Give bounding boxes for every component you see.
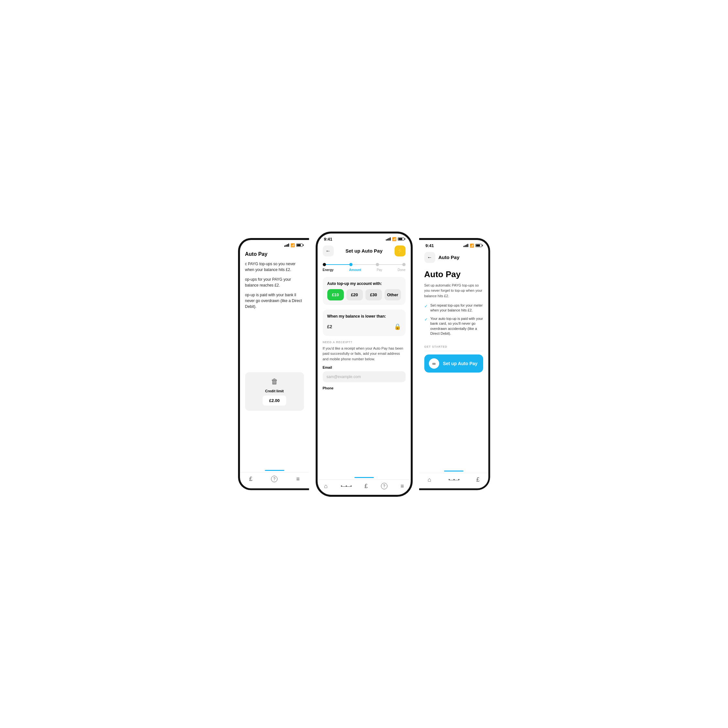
- right-activity-icon: •—•—•: [448, 477, 459, 482]
- right-wifi-icon: 📶: [470, 243, 474, 248]
- left-text-1: c PAYG top-ups so you never when your ba…: [245, 261, 304, 273]
- right-phone: 9:41 📶 ← Auto Pay Au: [419, 238, 490, 490]
- balance-card-title: When my balance is lower than:: [327, 314, 401, 318]
- right-home-icon: ⌂: [428, 476, 431, 483]
- step-dots: [323, 263, 405, 266]
- bullet-item-1: ✓ Set repeat top-ups for your meter when…: [424, 303, 483, 313]
- center-nav-activity[interactable]: •—•—•: [341, 483, 352, 489]
- credit-limit-label: Credit limit: [265, 389, 284, 393]
- wifi-icon: 📶: [291, 243, 295, 248]
- amount-btn-30[interactable]: £30: [366, 289, 382, 300]
- center-bottom-nav: ⌂ •—•—• £ ? ≡: [318, 479, 411, 495]
- center-battery-icon: [398, 237, 404, 241]
- amount-btn-20[interactable]: £20: [346, 289, 363, 300]
- back-button[interactable]: ←: [323, 245, 334, 257]
- progress-steps: Energy Amount Pay Done: [318, 260, 411, 277]
- setup-autopay-button[interactable]: ∞ Set up Auto Pay: [424, 355, 483, 373]
- left-bottom-nav: £ ? ≡: [240, 472, 309, 488]
- lock-icon: 🔒: [394, 323, 401, 330]
- center-header: ← Set up Auto Pay ⚡: [318, 243, 411, 260]
- step-dot-energy: [323, 263, 326, 266]
- center-status-icons: 📶: [386, 237, 404, 241]
- bullet-text-2: Your auto top-up is paid with your bank …: [430, 316, 483, 336]
- lightning-button[interactable]: ⚡: [395, 245, 405, 257]
- right-main-section: Auto Pay Set up automatic PAYG top-ups s…: [419, 267, 488, 346]
- bullet-list: ✓ Set repeat top-ups for your meter when…: [424, 303, 483, 336]
- payments-icon: £: [249, 476, 252, 483]
- right-header: ← Auto Pay: [419, 249, 488, 267]
- setup-btn-label: Set up Auto Pay: [443, 361, 478, 366]
- left-text-2: op-ups for your PAYG your balance reache…: [245, 277, 304, 288]
- step-label-done: Done: [398, 268, 405, 272]
- help-icon-center: ?: [381, 483, 387, 489]
- lightning-icon: ⚡: [397, 248, 403, 254]
- right-nav-home[interactable]: ⌂: [428, 476, 431, 483]
- center-nav-home[interactable]: ⌂: [324, 483, 327, 489]
- credit-limit-section: 🗑 Credit limit £2.00: [245, 372, 304, 411]
- right-status-bar: 9:41 📶: [419, 240, 488, 249]
- left-body: c PAYG top-ups so you never when your ba…: [240, 261, 309, 314]
- amount-card-title: Auto top-up my account with:: [327, 281, 401, 286]
- right-payments-icon: £: [476, 476, 480, 483]
- menu-icon-center: ≡: [401, 483, 404, 489]
- right-status-icons: 📶: [463, 243, 482, 248]
- divider: [424, 351, 483, 351]
- battery-icon: [296, 243, 303, 247]
- delete-icon[interactable]: 🗑: [271, 378, 278, 386]
- right-header-title: Auto Pay: [439, 254, 460, 260]
- left-status-icons: 📶: [284, 243, 303, 248]
- balance-card: When my balance is lower than: £2 🔒: [323, 309, 405, 336]
- receipt-label: NEED A RECEIPT?: [323, 341, 405, 344]
- email-input[interactable]: sam@example.com: [323, 371, 405, 382]
- back-icon: ←: [326, 248, 331, 254]
- right-main-title: Auto Pay: [424, 269, 483, 280]
- left-nav-payments[interactable]: £: [249, 476, 252, 483]
- check-icon-1: ✓: [424, 303, 428, 309]
- email-label: Email: [323, 366, 405, 369]
- left-status-bar: 📶: [240, 240, 309, 249]
- center-phone: 9:41 📶 ← Set up Auto Pay ⚡: [316, 232, 413, 497]
- center-nav-menu[interactable]: ≡: [401, 483, 404, 489]
- help-icon: ?: [271, 476, 277, 482]
- right-time: 9:41: [426, 243, 434, 248]
- phone-label: Phone: [323, 386, 405, 390]
- amount-options: £10 £20 £30 Other: [327, 289, 401, 300]
- step-line-2: [353, 264, 376, 265]
- receipt-section: NEED A RECEIPT? If you'd like a receipt …: [318, 341, 411, 396]
- left-nav-help[interactable]: ?: [271, 476, 277, 483]
- left-title: Auto Pay: [245, 251, 268, 257]
- credit-limit-value: £2.00: [263, 396, 286, 405]
- payments-icon-center: £: [364, 483, 368, 489]
- center-nav-help[interactable]: ?: [381, 483, 387, 489]
- email-placeholder: sam@example.com: [327, 375, 361, 379]
- step-labels: Energy Amount Pay Done: [323, 268, 405, 272]
- right-description: Set up automatic PAYG top-ups so you nev…: [424, 283, 483, 299]
- activity-icon: •—•—•: [341, 483, 352, 489]
- left-nav-menu[interactable]: ≡: [296, 476, 300, 483]
- right-signal-icon: [463, 244, 468, 247]
- amount-btn-other[interactable]: Other: [385, 289, 401, 300]
- bullet-item-2: ✓ Your auto top-up is paid with your ban…: [424, 316, 483, 336]
- left-header: Auto Pay: [240, 249, 309, 261]
- center-wifi-icon: 📶: [392, 237, 396, 241]
- signal-icon: [284, 243, 289, 247]
- left-text-3: op-up is paid with your bank ll never go…: [245, 292, 304, 309]
- amount-btn-10[interactable]: £10: [327, 289, 344, 300]
- center-nav-payments[interactable]: £: [364, 483, 368, 489]
- right-nav-active-bar: [444, 471, 463, 471]
- right-nav-payments[interactable]: £: [476, 476, 480, 483]
- step-label-energy: Energy: [323, 268, 334, 272]
- check-icon-2: ✓: [424, 317, 428, 323]
- right-back-button[interactable]: ←: [424, 252, 435, 263]
- step-label-amount: Amount: [349, 268, 361, 272]
- right-nav-activity[interactable]: •—•—•: [448, 477, 459, 482]
- right-bottom-nav: ⌂ •—•—• £: [419, 473, 488, 488]
- menu-icon: ≡: [296, 476, 300, 483]
- center-time: 9:41: [324, 237, 332, 242]
- step-dot-done: [402, 263, 405, 266]
- center-title: Set up Auto Pay: [346, 248, 382, 254]
- receipt-text: If you'd like a receipt when your Auto P…: [323, 346, 405, 362]
- left-phone: 📶 Auto Pay c PAYG top-ups so you never w…: [238, 238, 309, 490]
- step-dot-amount: [349, 263, 353, 266]
- center-signal-icon: [386, 237, 391, 241]
